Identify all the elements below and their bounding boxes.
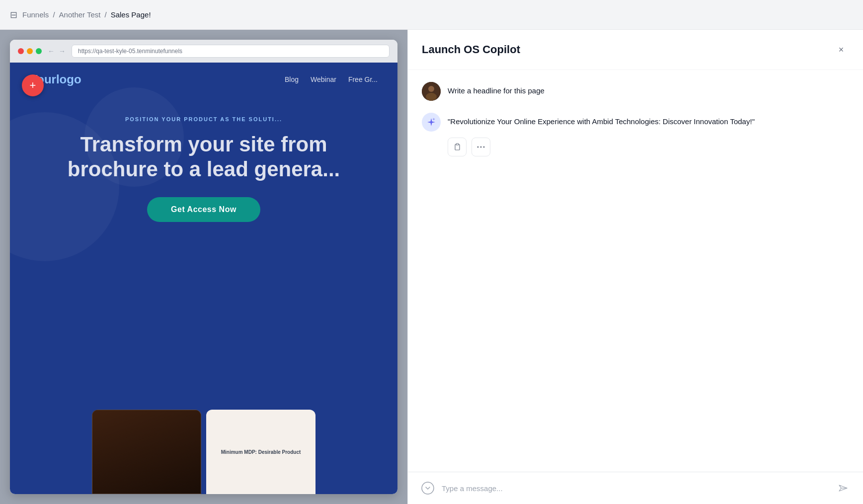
- nav-link-blog[interactable]: Blog: [285, 75, 299, 83]
- svg-point-6: [480, 146, 482, 148]
- svg-rect-3: [455, 144, 460, 150]
- send-icon: [838, 483, 848, 493]
- svg-point-8: [422, 482, 434, 494]
- product-strip: Minimum MDP: Desirable Product: [92, 410, 315, 494]
- close-button[interactable]: ×: [833, 42, 849, 58]
- nav-link-free[interactable]: Free Gr...: [348, 75, 378, 83]
- user-avatar-svg: [422, 82, 441, 101]
- user-avatar: [422, 82, 441, 101]
- svg-rect-4: [456, 144, 459, 145]
- more-options-button[interactable]: [471, 138, 490, 156]
- product-image-dark: [92, 410, 201, 494]
- browser-window: ← → https://qa-test-kyle-05.tenminutefun…: [10, 40, 397, 494]
- breadcrumb-sep2: /: [105, 10, 107, 19]
- input-left-button[interactable]: [420, 480, 436, 496]
- clipboard-icon: [453, 143, 461, 151]
- messages-list: Write a headline for this page "Revoluti…: [408, 70, 863, 472]
- svg-point-5: [477, 146, 479, 148]
- sidebar-toggle-icon[interactable]: ⊟: [10, 9, 17, 20]
- page-content: + Yourlogo Blog Webinar Free Gr... POSIT…: [10, 63, 397, 494]
- dot-yellow[interactable]: [27, 48, 33, 54]
- dot-green[interactable]: [36, 48, 42, 54]
- nav-back-button[interactable]: ←: [48, 47, 55, 55]
- hero-subtitle: POSITION YOUR PRODUCT AS THE SOLUTI...: [30, 116, 378, 122]
- ai-message: "Revolutionize Your Online Experience wi…: [422, 113, 849, 132]
- copy-button[interactable]: [448, 138, 467, 156]
- top-bar: ⊟ Funnels / Another Test / Sales Page!: [0, 0, 863, 30]
- chevron-down-circle-icon: [421, 482, 434, 495]
- browser-address-bar[interactable]: https://qa-test-kyle-05.tenminutefunnels: [72, 45, 390, 58]
- browser-dots: [18, 48, 42, 54]
- ai-avatar: [422, 113, 441, 132]
- breadcrumb-parent[interactable]: Another Test: [59, 10, 101, 19]
- copilot-title: Launch OS Copilot: [422, 43, 520, 56]
- more-icon: [477, 146, 485, 148]
- main-content: ← → https://qa-test-kyle-05.tenminutefun…: [0, 30, 863, 504]
- user-message: Write a headline for this page: [422, 82, 849, 101]
- breadcrumb-current: Sales Page!: [111, 10, 151, 19]
- svg-point-7: [483, 146, 485, 148]
- ai-message-container: "Revolutionize Your Online Experience wi…: [422, 113, 849, 156]
- breadcrumb-root[interactable]: Funnels: [22, 10, 49, 19]
- message-input[interactable]: [442, 484, 829, 493]
- ai-message-text: "Revolutionize Your Online Experience wi…: [448, 113, 755, 128]
- sparkle-icon: [426, 117, 436, 127]
- cta-button[interactable]: Get Access Now: [147, 197, 260, 222]
- svg-point-1: [428, 86, 434, 92]
- browser-toolbar: ← → https://qa-test-kyle-05.tenminutefun…: [10, 40, 397, 63]
- plus-icon: +: [30, 79, 36, 92]
- svg-point-2: [426, 93, 437, 101]
- bg-decoration-circle-2: [84, 87, 184, 187]
- breadcrumb-sep1: /: [53, 10, 55, 19]
- product-text-content: Minimum MDP: Desirable Product: [221, 448, 301, 456]
- copilot-panel: Launch OS Copilot × Write a headline: [407, 30, 863, 504]
- page-nav-links: Blog Webinar Free Gr...: [285, 75, 378, 83]
- user-message-text: Write a headline for this page: [448, 82, 545, 97]
- product-image-text: Minimum MDP: Desirable Product: [206, 410, 315, 494]
- breadcrumb: Funnels / Another Test / Sales Page!: [22, 10, 151, 19]
- logo-bold: logo: [56, 72, 81, 86]
- nav-link-webinar[interactable]: Webinar: [311, 75, 336, 83]
- page-navbar: Yourlogo Blog Webinar Free Gr...: [10, 63, 397, 96]
- ai-message-actions: [448, 138, 849, 156]
- copilot-input-area: [408, 472, 863, 504]
- copilot-header: Launch OS Copilot ×: [408, 30, 863, 70]
- add-element-button[interactable]: +: [22, 74, 44, 96]
- left-panel: ← → https://qa-test-kyle-05.tenminutefun…: [0, 30, 407, 504]
- user-avatar-image: [422, 82, 441, 101]
- dot-red[interactable]: [18, 48, 24, 54]
- browser-nav: ← →: [48, 47, 66, 55]
- send-button[interactable]: [835, 480, 851, 496]
- nav-forward-button[interactable]: →: [59, 47, 66, 55]
